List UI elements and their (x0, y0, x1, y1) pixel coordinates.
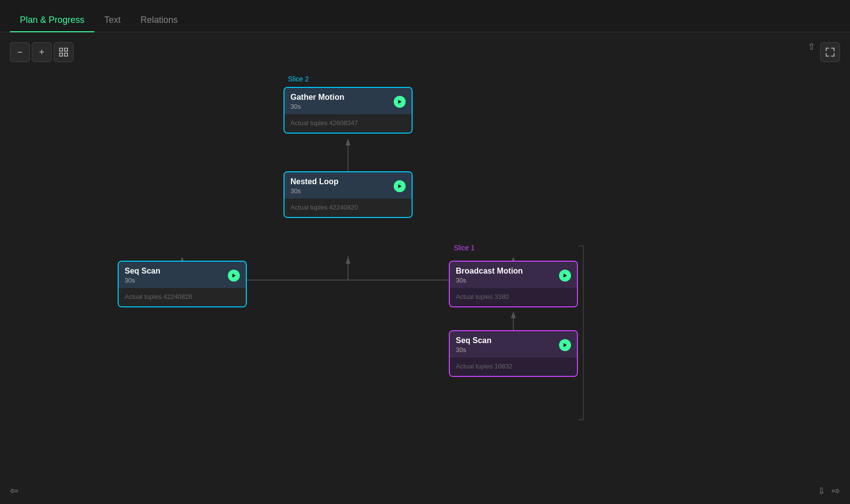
node-title: Seq Scan (456, 336, 492, 345)
svg-rect-2 (60, 53, 63, 56)
svg-rect-3 (65, 53, 68, 56)
zoom-controls: − + (10, 42, 73, 62)
svg-marker-16 (511, 311, 516, 318)
node-subtitle: 30s (125, 277, 160, 284)
node-play-button[interactable] (559, 339, 571, 351)
scroll-left-indicator[interactable]: ⇦ (10, 485, 18, 497)
slice2-label: Slice 2 (288, 75, 309, 83)
svg-marker-21 (398, 184, 402, 188)
node-gather-motion[interactable]: Gather Motion 30s Actual tuples 42608347 (283, 87, 413, 134)
node-title: Gather Motion (290, 93, 344, 102)
svg-marker-20 (398, 100, 402, 104)
node-play-button[interactable] (559, 270, 571, 282)
tab-text[interactable]: Text (94, 9, 131, 32)
node-subtitle: 30s (456, 277, 523, 284)
svg-rect-0 (60, 48, 63, 51)
node-play-button[interactable] (228, 270, 240, 282)
tab-relations[interactable]: Relations (131, 9, 188, 32)
node-play-button[interactable] (394, 96, 406, 108)
node-title: Nested Loop (290, 177, 339, 186)
node-broadcast-motion[interactable]: Broadcast Motion 30s Actual tuples 3380 (449, 261, 578, 307)
node-seq-scan-right[interactable]: Seq Scan 30s Actual tuples 10832 (449, 330, 578, 377)
svg-marker-23 (564, 274, 567, 278)
scroll-up-indicator[interactable]: ⇧ (808, 41, 815, 52)
node-title: Broadcast Motion (456, 267, 523, 276)
node-subtitle: 30s (290, 187, 339, 195)
node-nested-loop[interactable]: Nested Loop 30s Actual tuples 42240820 (283, 171, 413, 218)
node-actual: Actual tuples 42240828 (125, 293, 240, 300)
zoom-fit-button[interactable] (54, 42, 73, 62)
svg-marker-5 (346, 139, 351, 145)
node-play-button[interactable] (394, 180, 406, 192)
node-title: Seq Scan (125, 267, 160, 276)
zoom-out-button[interactable]: − (10, 42, 30, 62)
node-actual: Actual tuples 3380 (456, 293, 571, 300)
svg-rect-1 (65, 48, 68, 51)
node-subtitle: 30s (456, 346, 492, 354)
node-seq-scan-left[interactable]: Seq Scan 30s Actual tuples 42240828 (118, 261, 247, 307)
tab-bar: Plan & Progress Text Relations (0, 0, 850, 32)
scroll-down-indicator[interactable]: ⇩ (818, 486, 825, 497)
node-subtitle: 30s (290, 103, 344, 110)
canvas-area: − + ⇧ (0, 32, 850, 504)
zoom-in-button[interactable]: + (32, 42, 52, 62)
svg-marker-24 (564, 343, 567, 347)
node-actual: Actual tuples 42608347 (290, 119, 406, 127)
tab-plan[interactable]: Plan & Progress (10, 9, 94, 32)
scroll-right-indicator[interactable]: ⇨ (832, 485, 840, 497)
expand-button[interactable] (820, 42, 840, 62)
node-actual: Actual tuples 10832 (456, 362, 571, 370)
svg-marker-22 (232, 274, 236, 278)
slice1-label: Slice 1 (454, 244, 475, 252)
svg-marker-12 (346, 257, 351, 264)
node-actual: Actual tuples 42240820 (290, 204, 406, 211)
